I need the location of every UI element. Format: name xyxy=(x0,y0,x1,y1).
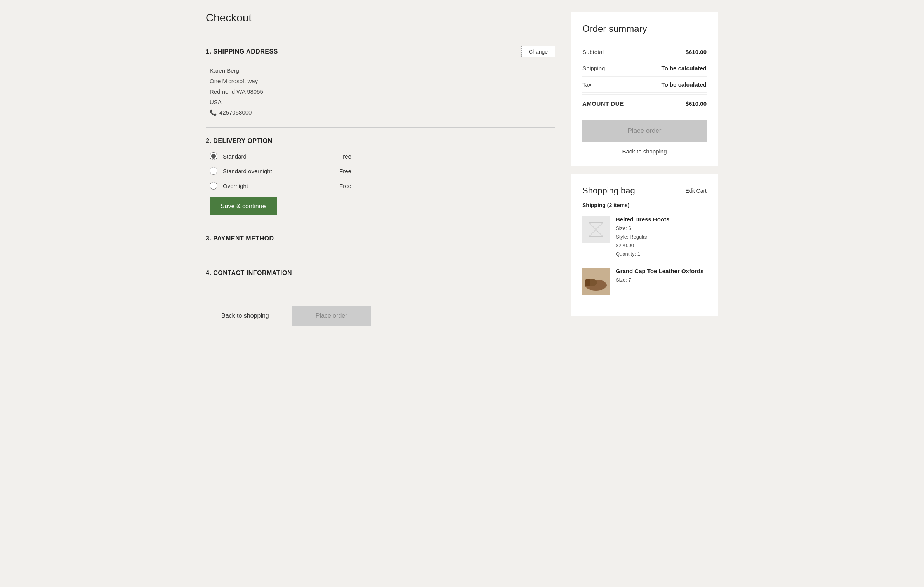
sidebar: Order summary Subtotal $610.00 Shipping … xyxy=(571,12,718,337)
delivery-price-standard-overnight: Free xyxy=(339,168,351,174)
subtotal-value: $610.00 xyxy=(686,49,707,55)
address-phone: 📞 4257058000 xyxy=(210,107,555,118)
bag-title: Shopping bag xyxy=(582,186,635,196)
shipping-value: To be calculated xyxy=(662,65,707,71)
svg-rect-6 xyxy=(585,279,590,286)
delivery-option-section: 2. DELIVERY OPTION Standard Free Standar… xyxy=(206,127,555,225)
shipping-address-title: 1. SHIPPING ADDRESS xyxy=(206,48,278,55)
amount-due-label: AMOUNT DUE xyxy=(582,100,624,107)
item-info-boots: Size: 6 Style: Regular $220.00 Quantity:… xyxy=(616,224,707,258)
delivery-radio-standard[interactable] xyxy=(210,152,217,160)
page-title: Checkout xyxy=(206,12,555,24)
change-address-button[interactable]: Change xyxy=(521,46,555,57)
amount-due-value: $610.00 xyxy=(686,100,707,107)
delivery-label-standard-overnight: Standard overnight xyxy=(223,168,293,174)
edit-cart-button[interactable]: Edit Cart xyxy=(686,188,707,194)
order-summary-card: Order summary Subtotal $610.00 Shipping … xyxy=(571,12,718,166)
shipping-label: Shipping xyxy=(582,65,605,71)
back-to-shopping-sidebar[interactable]: Back to shopping xyxy=(582,148,707,155)
item-details-boots: Belted Dress Boots Size: 6 Style: Regula… xyxy=(616,216,707,258)
tax-value: To be calculated xyxy=(662,81,707,88)
save-continue-button[interactable]: Save & continue xyxy=(210,197,277,215)
tax-row: Tax To be calculated xyxy=(582,77,707,93)
shipping-items-label: Shipping (2 items) xyxy=(582,202,707,208)
payment-method-section: 3. PAYMENT METHOD xyxy=(206,225,555,260)
item-details-oxfords: Grand Cap Toe Leather Oxfords Size: 7 xyxy=(616,268,707,295)
payment-method-title: 3. PAYMENT METHOD xyxy=(206,235,274,242)
bag-header: Shopping bag Edit Cart xyxy=(582,186,707,196)
delivery-options-list: Standard Free Standard overnight Free Ov… xyxy=(206,152,555,190)
tax-label: Tax xyxy=(582,81,591,88)
back-to-shopping-bottom[interactable]: Back to shopping xyxy=(206,306,285,326)
place-order-sidebar: Place order xyxy=(582,120,707,142)
shoe-image-icon xyxy=(582,268,610,295)
delivery-price-standard: Free xyxy=(339,153,351,160)
address-name: Karen Berg xyxy=(210,65,555,76)
contact-information-section: 4. CONTACT INFORMATION xyxy=(206,260,555,294)
item-name-oxfords: Grand Cap Toe Leather Oxfords xyxy=(616,268,707,274)
bag-item-oxfords: Grand Cap Toe Leather Oxfords Size: 7 xyxy=(582,268,707,295)
bottom-actions: Back to shopping Place order xyxy=(206,294,555,337)
item-info-oxfords: Size: 7 xyxy=(616,276,707,284)
shipping-row: Shipping To be calculated xyxy=(582,60,707,77)
delivery-option-overnight[interactable]: Overnight Free xyxy=(210,182,555,190)
delivery-label-overnight: Overnight xyxy=(223,183,293,189)
phone-icon: 📞 xyxy=(210,107,217,118)
address-city: Redmond WA 98055 xyxy=(210,86,555,97)
shopping-bag-card: Shopping bag Edit Cart Shipping (2 items… xyxy=(571,174,718,316)
place-order-bottom: Place order xyxy=(292,306,371,326)
item-image-oxfords xyxy=(582,268,610,295)
item-image-boots xyxy=(582,216,610,243)
delivery-option-title: 2. DELIVERY OPTION xyxy=(206,138,273,145)
delivery-radio-overnight[interactable] xyxy=(210,182,217,190)
delivery-option-standard[interactable]: Standard Free xyxy=(210,152,555,160)
delivery-label-standard: Standard xyxy=(223,153,293,160)
address-street: One Microsoft way xyxy=(210,76,555,86)
delivery-radio-standard-overnight[interactable] xyxy=(210,167,217,175)
image-placeholder-icon xyxy=(588,222,604,237)
delivery-option-standard-overnight[interactable]: Standard overnight Free xyxy=(210,167,555,175)
address-country: USA xyxy=(210,97,555,107)
address-block: Karen Berg One Microsoft way Redmond WA … xyxy=(206,65,555,118)
subtotal-row: Subtotal $610.00 xyxy=(582,44,707,60)
amount-due-row: AMOUNT DUE $610.00 xyxy=(582,94,707,112)
order-summary-title: Order summary xyxy=(582,23,707,34)
subtotal-label: Subtotal xyxy=(582,49,604,55)
bag-item-boots: Belted Dress Boots Size: 6 Style: Regula… xyxy=(582,216,707,258)
shipping-address-section: 1. SHIPPING ADDRESS Change Karen Berg On… xyxy=(206,36,555,127)
contact-information-title: 4. CONTACT INFORMATION xyxy=(206,270,292,277)
delivery-price-overnight: Free xyxy=(339,183,351,189)
item-name-boots: Belted Dress Boots xyxy=(616,216,707,223)
